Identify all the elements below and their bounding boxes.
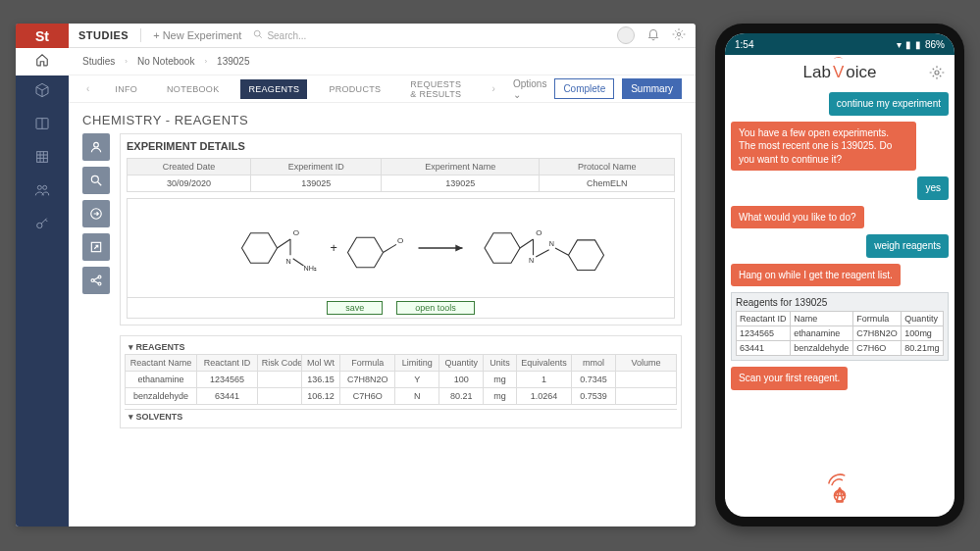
topbar-search[interactable]: Search...: [253, 29, 605, 41]
complete-button[interactable]: Complete: [554, 78, 614, 99]
rail-item-grid[interactable]: [16, 142, 69, 175]
gear-icon[interactable]: [929, 65, 945, 84]
table-row[interactable]: benzaldehyde63441106.12C7H6ON80.21mg1.02…: [126, 388, 677, 405]
col-created-date: Created Date: [128, 159, 251, 175]
book-icon: [34, 116, 50, 135]
mic-icon[interactable]: [821, 468, 858, 509]
signal-icon: ▮: [905, 39, 911, 50]
bell-icon[interactable]: [646, 27, 660, 43]
svg-line-22: [94, 281, 99, 283]
left-rail: St: [16, 24, 69, 526]
action-import-button[interactable]: [82, 200, 110, 227]
table-row: 1234565ethanamineC7H8N2O100mg: [737, 326, 944, 341]
col-experiment-name: Experiment Name: [382, 159, 540, 175]
tab-notebook[interactable]: NOTEBOOK: [159, 79, 227, 99]
key-icon: [34, 216, 50, 235]
phone-screen: 1:54 ▾ ▮ ▮ 86% Lab⌒Voice continue my exp…: [725, 33, 954, 517]
main: STUDIES + New Experiment Search... Studi…: [69, 24, 696, 526]
tab-products[interactable]: PRODUCTS: [321, 79, 388, 99]
collapse-toggle[interactable]: ▾: [129, 342, 133, 352]
rail-home[interactable]: [16, 48, 69, 75]
svg-line-32: [384, 244, 397, 252]
chat-msg-bot: What would you like to do?: [731, 206, 864, 229]
svg-marker-35: [455, 244, 462, 251]
gear-icon[interactable]: [672, 27, 686, 43]
svg-text:N: N: [549, 239, 554, 248]
status-time: 1:54: [735, 39, 753, 50]
summary-button[interactable]: Summary: [622, 78, 682, 99]
breadcrumb-item[interactable]: 139025: [217, 56, 249, 67]
breadcrumb: Studies › No Notebook › 139025: [69, 48, 696, 75]
rail-item-key[interactable]: [16, 209, 69, 242]
svg-point-10: [255, 30, 261, 36]
chevron-down-icon: ⌄: [513, 89, 521, 100]
svg-text:O: O: [397, 236, 403, 245]
tab-requests[interactable]: REQUESTS & RESULTS: [402, 75, 474, 104]
topbar-right: [617, 26, 686, 44]
chevron-right-icon: ›: [125, 57, 128, 66]
tab-reagents[interactable]: REAGENTS: [240, 79, 307, 99]
phone-status-bar: 1:54 ▾ ▮ ▮ 86%: [725, 33, 954, 55]
svg-text:NH₂: NH₂: [304, 264, 317, 273]
svg-text:N: N: [286, 257, 291, 266]
svg-line-15: [98, 182, 102, 186]
avatar[interactable]: [617, 26, 635, 44]
reagents-section: ▾ REAGENTS Reactant Name Reactant ID Ris…: [120, 335, 682, 428]
col-protocol-name: Protocol Name: [540, 159, 675, 175]
arc-icon: ⌒: [833, 57, 844, 68]
table-row: 63441benzaldehydeC7H6O80.21mg: [737, 341, 944, 356]
page-title: CHEMISTRY - REAGENTS: [82, 113, 682, 127]
options-dropdown[interactable]: Options ⌄: [513, 78, 546, 100]
phone-frame: 1:54 ▾ ▮ ▮ 86% Lab⌒Voice continue my exp…: [715, 24, 964, 526]
chat-msg-bot: Scan your first reagent.: [731, 367, 848, 390]
topbar: STUDIES + New Experiment Search...: [69, 24, 696, 48]
topbar-title: STUDIES: [78, 29, 129, 41]
svg-point-7: [37, 185, 41, 189]
rail-item-book[interactable]: [16, 109, 69, 142]
reaction-panel: O N NH₂ +: [127, 198, 675, 319]
svg-marker-36: [485, 233, 520, 264]
table-row: 30/09/2020 139025 139025 ChemELN: [128, 175, 675, 192]
breadcrumb-item[interactable]: No Notebook: [137, 56, 194, 67]
tabbar: ‹ INFO NOTEBOOK REAGENTS PRODUCTS REQUES…: [69, 75, 696, 103]
svg-point-14: [91, 175, 98, 182]
action-external-button[interactable]: [82, 233, 110, 261]
desktop-app: St STUDIES + New Experiment: [16, 24, 696, 526]
app-logo[interactable]: St: [16, 24, 69, 48]
breadcrumb-item[interactable]: Studies: [82, 56, 115, 67]
labvoice-logo: Lab⌒Voice: [803, 63, 877, 82]
divider: [140, 28, 141, 42]
rail-item-people[interactable]: [16, 175, 69, 209]
open-tools-button[interactable]: open tools: [396, 301, 475, 315]
svg-point-12: [677, 32, 681, 36]
battery-icon: ▮: [915, 39, 921, 50]
home-icon: [35, 53, 49, 71]
experiment-details-table: Created Date Experiment ID Experiment Na…: [127, 158, 675, 192]
reagent-card-table: Reactant ID Name Formula Quantity 123456…: [736, 311, 944, 356]
save-button[interactable]: save: [327, 301, 383, 315]
svg-marker-31: [348, 237, 384, 268]
col-experiment-id: Experiment ID: [251, 159, 382, 175]
chevron-right-icon: ›: [204, 57, 207, 66]
action-search-button[interactable]: [82, 167, 110, 194]
tab-next[interactable]: ›: [489, 83, 499, 94]
svg-point-8: [43, 185, 47, 189]
status-battery: 86%: [925, 39, 945, 50]
search-icon: [253, 29, 263, 41]
grid-icon: [34, 149, 50, 169]
collapse-toggle[interactable]: ▾: [129, 412, 133, 422]
rail-item-cube[interactable]: [16, 75, 69, 109]
action-column: [82, 133, 110, 428]
cube-icon: [34, 82, 50, 102]
action-user-button[interactable]: [82, 133, 110, 161]
new-experiment-link[interactable]: + New Experiment: [153, 29, 241, 41]
content: CHEMISTRY - REAGENTS EXPERIMENT DETAILS …: [69, 103, 696, 526]
svg-text:+: +: [331, 241, 337, 255]
action-share-button[interactable]: [82, 267, 110, 294]
table-row[interactable]: ethanamine1234565136.15C7H8N2OY100mg10.7…: [126, 372, 677, 388]
mic-area: [731, 454, 949, 509]
chat-msg-user: yes: [917, 176, 949, 200]
tab-info[interactable]: INFO: [107, 79, 145, 99]
tab-prev[interactable]: ‹: [82, 83, 93, 94]
chat-msg-user: continue my experiment: [829, 92, 949, 116]
